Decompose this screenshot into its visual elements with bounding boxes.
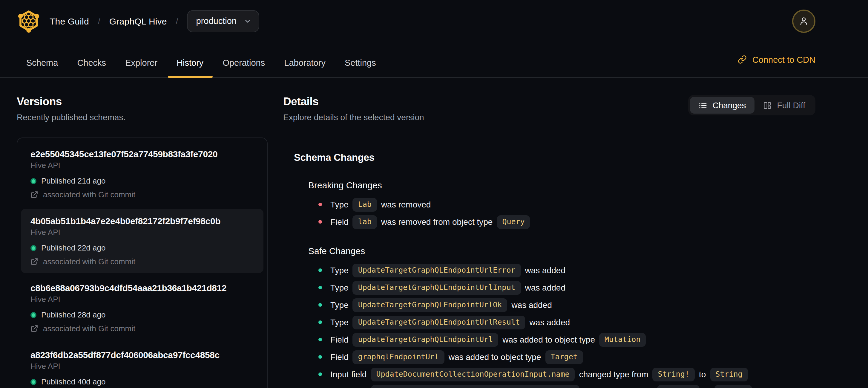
code-badge: String! [657, 385, 699, 388]
tab-explorer[interactable]: Explorer [116, 42, 166, 77]
change-text: to [699, 369, 706, 379]
toggle-changes-label: Changes [713, 100, 746, 110]
top-header: The Guild / GraphQL Hive / production [0, 0, 868, 42]
version-card[interactable]: c8b6e88a06793b9c4dfd54aaa21b36a1b421d812… [21, 276, 264, 340]
change-row: TypeLabwas removed [308, 197, 815, 212]
change-text: changed type from [584, 387, 653, 388]
change-text: Type [330, 200, 348, 209]
version-card[interactable]: a823f6db2a55df877dcf406006abca97fcc4858c… [21, 342, 264, 388]
change-text: was removed [381, 200, 431, 209]
change-text: Type [330, 300, 348, 310]
change-row: TypeUpdateTargetGraphQLEndpointUrlResult… [308, 315, 815, 329]
change-text: Type [330, 265, 348, 275]
change-bullet-icon [318, 203, 322, 206]
versions-title: Versions [17, 95, 268, 108]
version-published-label: Published 28d ago [41, 310, 105, 319]
toggle-full-diff-label: Full Diff [777, 100, 805, 110]
change-bullet-icon [318, 303, 322, 307]
external-link-icon [30, 258, 38, 265]
code-badge: graphqlEndpointUrl [353, 350, 444, 364]
change-text: was added [525, 283, 565, 292]
main-content: Versions Recently published schemas. e2e… [0, 78, 868, 388]
version-hash: c8b6e88a06793b9c4dfd54aaa21b36a1b421d812 [30, 283, 254, 293]
version-card[interactable]: 4b05ab51b1b4a7e2e4b0ef82172f2b9f7ef98c0b… [21, 209, 264, 273]
tab-settings[interactable]: Settings [336, 42, 385, 77]
nav-tab-label: Settings [345, 58, 376, 67]
main-navbar: Schema Checks Explorer History Operation… [0, 42, 868, 78]
external-link-icon [30, 325, 38, 332]
change-bullet-icon [318, 355, 322, 359]
versions-panel: Versions Recently published schemas. e2e… [17, 95, 268, 388]
schema-changes-title: Schema Changes [294, 152, 815, 163]
nav-tabs: Schema Checks Explorer History Operation… [17, 42, 385, 77]
toggle-changes-button[interactable]: Changes [690, 97, 754, 114]
code-badge: UpdateTargetGraphQLEndpointUrlOk [353, 298, 507, 312]
tab-operations[interactable]: Operations [214, 42, 274, 77]
version-published-row: Published 22d ago [30, 243, 254, 252]
version-published-row: Published 21d ago [30, 176, 254, 185]
published-status-dot [30, 245, 36, 251]
published-status-dot [30, 178, 36, 184]
hive-honeycomb-icon[interactable] [17, 9, 41, 33]
change-bullet-icon [318, 268, 322, 272]
target-selector[interactable]: production [187, 10, 259, 32]
connect-to-cdn-label: Connect to CDN [752, 55, 815, 64]
git-commit-label: associated with Git commit [43, 324, 135, 333]
published-status-dot [30, 312, 36, 318]
schema-changes-section: Schema Changes Breaking Changes TypeLabw… [283, 152, 815, 388]
change-text: Field [330, 335, 348, 345]
change-row: Input fieldUpdateDocumentCollectionOpera… [308, 367, 815, 381]
code-badge: lab [353, 215, 377, 229]
change-text: Field [330, 352, 348, 362]
code-badge: Mutation [599, 333, 646, 347]
version-published-row: Published 28d ago [30, 310, 254, 319]
version-hash: a823f6db2a55df877dcf406006abca97fcc4858c [30, 350, 254, 360]
version-service: Hive API [30, 161, 254, 170]
change-bullet-icon [318, 286, 322, 289]
git-commit-link[interactable]: associated with Git commit [30, 324, 254, 333]
target-selector-value: production [196, 16, 237, 26]
tab-schema[interactable]: Schema [17, 42, 67, 77]
breadcrumb-org[interactable]: The Guild [50, 16, 89, 26]
git-commit-link[interactable]: associated with Git commit [30, 257, 254, 266]
breadcrumb-project[interactable]: GraphQL Hive [109, 16, 167, 26]
code-badge: UpdateTargetGraphQLEndpointUrlInput [353, 281, 521, 294]
safe-changes-title: Safe Changes [308, 246, 815, 256]
code-badge: Target [545, 350, 583, 364]
tab-laboratory[interactable]: Laboratory [275, 42, 335, 77]
details-panel: Details Explore details of the selected … [268, 95, 868, 388]
breaking-changes-title: Breaking Changes [308, 180, 815, 190]
app-root: The Guild / GraphQL Hive / production Sc… [0, 0, 868, 388]
version-service: Hive API [30, 362, 254, 371]
change-row: FieldupdateTargetGraphQLEndpointUrlwas a… [308, 332, 815, 347]
nav-tab-label: Operations [222, 58, 265, 67]
git-commit-link[interactable]: associated with Git commit [30, 190, 254, 199]
external-link-icon [30, 191, 38, 199]
link-chain-icon [738, 55, 747, 64]
connect-to-cdn-button[interactable]: Connect to CDN [738, 55, 815, 64]
details-title: Details [283, 95, 424, 108]
change-text: was added [530, 318, 570, 327]
toggle-full-diff-button[interactable]: Full Diff [754, 97, 814, 114]
nav-tab-label: Laboratory [284, 58, 326, 67]
change-bullet-icon [318, 220, 322, 223]
breadcrumb-separator: / [98, 16, 100, 26]
details-subtitle: Explore details of the selected version [283, 112, 424, 122]
code-badge: UpdateTargetGraphQLEndpointUrlResult [353, 316, 525, 329]
chevron-down-icon [244, 17, 252, 25]
breadcrumb-separator: / [176, 16, 178, 26]
change-text: Input field [330, 387, 367, 388]
change-row: Fieldlabwas removed from object typeQuer… [308, 215, 815, 229]
change-text: was added to object type [448, 352, 541, 362]
git-commit-label: associated with Git commit [43, 257, 135, 266]
safe-changes-group: Safe Changes TypeUpdateTargetGraphQLEndp… [294, 246, 815, 388]
tab-history[interactable]: History [167, 42, 212, 77]
version-published-label: Published 21d ago [41, 176, 105, 185]
code-badge: UpdateDocumentCollectionOperationInput.n… [371, 367, 575, 381]
tab-checks[interactable]: Checks [68, 42, 115, 77]
version-service: Hive API [30, 228, 254, 237]
user-menu-button[interactable] [792, 9, 815, 33]
version-card[interactable]: e2e55045345ce13fe07f52a77459b83fa3fe7020… [21, 142, 264, 206]
versions-list: e2e55045345ce13fe07f52a77459b83fa3fe7020… [17, 138, 268, 388]
split-columns-icon [763, 101, 772, 110]
